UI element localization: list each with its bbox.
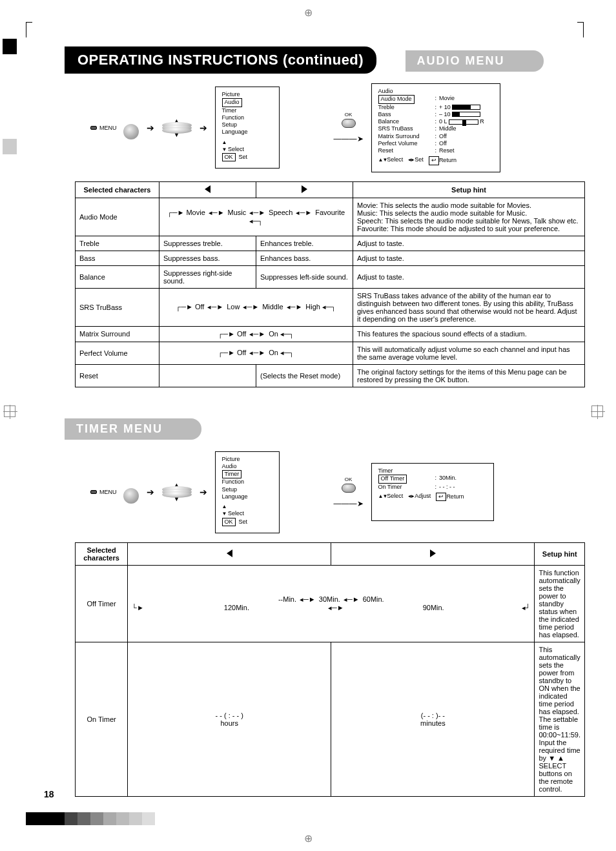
crop-mark [26,22,32,37]
page-title: OPERATING INSTRUCTIONS (continued) [65,46,376,74]
bottom-register-mark: ⊕ [304,832,313,845]
section-title-audio: AUDIO MENU [406,50,544,72]
thumb-wheel-icon: ▲ ▼ [162,116,192,140]
menu-key-icon [90,490,97,494]
menu-button-label: MENU [99,125,117,131]
audio-spec-table: Selected characters Setup hint Audio Mod… [75,181,585,387]
osd-main-menu: PictureAudioTimerFunctionSetupLanguage▲▼… [215,451,280,533]
side-tab-black [3,39,17,54]
remote-round-button-icon [123,124,139,139]
arrow-right-icon: ———➤ [334,499,364,508]
arrow-right-icon: ➔ [200,487,207,497]
remote-round-button-icon [123,488,139,504]
thumb-wheel-icon: ▲ ▼ [162,480,192,504]
ok-button-icon[interactable] [342,484,356,493]
menu-button[interactable]: MENU [90,489,117,495]
page-number: 18 [44,789,54,799]
section-title-timer: TIMER MENU [65,418,201,440]
menu-button-label: MENU [99,489,117,495]
left-register-mark [4,405,15,417]
osd-timer-detail: TimerOff Timer:30Min.On Timer:- - : - -▲… [371,463,494,521]
arrow-right-icon: ———➤ [334,134,364,143]
menu-button[interactable]: MENU [90,125,117,131]
timer-flow-diagram: MENU ➔ ▲ ▼ ➔ PictureAudioTimerFunctionSe… [90,451,577,533]
ok-button-icon[interactable] [342,119,356,128]
ok-label: OK [334,477,364,482]
osd-main-menu: PictureAudioTimerFunctionSetupLanguage▲▼… [215,87,280,169]
side-tab-grey [3,139,17,154]
arrow-right-icon: ➔ [147,123,154,133]
ok-label: OK [334,112,364,118]
crop-mark [577,22,584,37]
menu-key-icon [90,126,97,130]
arrow-right-icon: ➔ [147,487,154,497]
audio-flow-diagram: MENU ➔ ▲ ▼ ➔ PictureAudioTimerFunctionSe… [90,83,577,172]
top-register-mark: ⊕ [304,6,313,19]
timer-spec-table: Selected characters Setup hint Off Timer… [75,542,585,797]
footer-colour-squares [26,812,155,825]
osd-audio-detail: AudioAudio Mode:MovieTreble:+ 10 Bass:– … [371,83,500,172]
right-register-mark [591,405,603,417]
arrow-right-icon: ➔ [200,123,207,133]
